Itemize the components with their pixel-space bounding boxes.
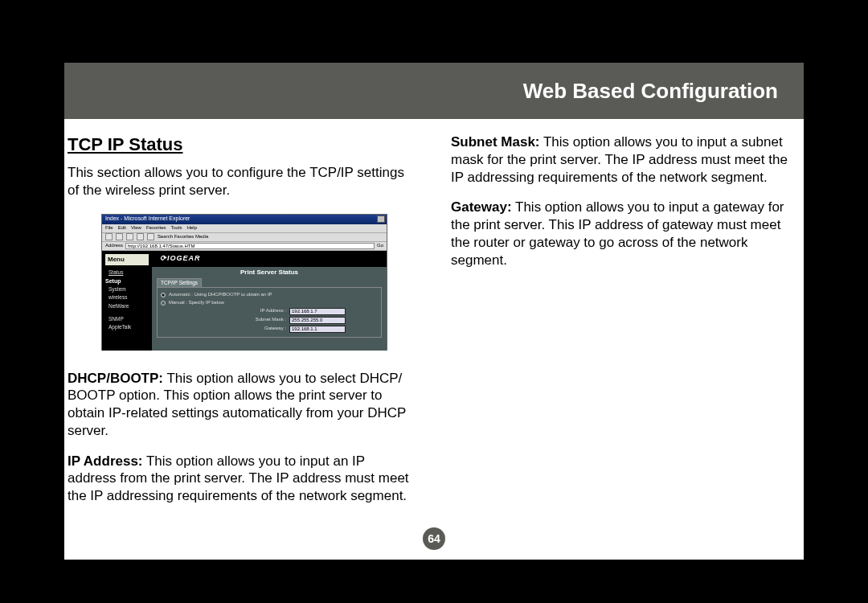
ie-toolbar: Search Favorites Media <box>102 232 387 242</box>
opt-manual-label: Manual : Specify IP below <box>169 300 224 306</box>
sidebar-item: System <box>105 285 149 293</box>
menu-edit: Edit <box>118 225 126 232</box>
content-columns: TCP IP Status This section allows you to… <box>64 133 804 518</box>
ie-titlebar: Index - Microsoft Internet Explorer <box>102 215 387 224</box>
mask-field-label: Subnet Mask : <box>222 317 286 323</box>
sidebar-item: AppleTalk <box>105 323 149 331</box>
intro-paragraph: This section allows you to configure the… <box>68 164 417 199</box>
gw-field-value: 192.168.1.1 <box>289 326 346 333</box>
config-main: ⟳ IOGEAR Print Server Status TCP/IP Sett… <box>152 251 387 351</box>
ie-menubar: File Edit View Favorites Tools Help <box>102 224 387 232</box>
menu-tools: Tools <box>171 225 182 232</box>
manual-page: Web Based Configuration TCP IP Status Th… <box>64 63 804 560</box>
address-input: http://192.168.1.47/Status.HTM <box>125 243 375 249</box>
radio-icon <box>161 293 166 297</box>
window-title-text: Index - Microsoft Internet Explorer <box>105 215 190 223</box>
page-number: 64 <box>423 527 445 550</box>
ip-paragraph: IP Address: This option allows you to in… <box>68 453 417 505</box>
gateway-label: Gateway: <box>451 199 512 215</box>
row-auto: Automatic : Using DHCP/BOOTP to obtain a… <box>161 291 378 299</box>
left-column: TCP IP Status This section allows you to… <box>68 133 422 518</box>
dhcp-paragraph: DHCP/BOOTP: This option allows you to se… <box>68 370 417 440</box>
menu-file: File <box>105 225 113 232</box>
stop-icon <box>126 233 133 240</box>
sidebar-item: SNMP <box>105 315 149 323</box>
dhcp-label: DHCP/BOOTP: <box>68 371 163 386</box>
sidebar-setup-heading: Setup <box>105 278 149 285</box>
menu-view: View <box>131 225 141 232</box>
subnet-label: Subnet Mask: <box>451 134 540 150</box>
right-column: Subnet Mask: This option allows you to i… <box>446 133 800 518</box>
tcpip-panel: Automatic : Using DHCP/BOOTP to obtain a… <box>157 287 382 337</box>
row-mask: Subnet Mask : 255.255.255.0 <box>161 316 378 325</box>
section-title: TCP IP Status <box>68 133 417 156</box>
page-body: Menu Status Setup System wireless NetWar… <box>102 251 387 351</box>
row-manual: Manual : Specify IP below <box>161 299 378 307</box>
sidebar-status-link: Status <box>105 269 149 277</box>
go-button-label: Go <box>377 243 383 249</box>
tcpip-tab: TCP/IP Settings <box>157 278 202 287</box>
mask-field-value: 255.255.255.0 <box>289 317 346 324</box>
brand-text: IOGEAR <box>167 254 201 264</box>
subnet-paragraph: Subnet Mask: This option allows you to i… <box>451 133 800 186</box>
chapter-title: Web Based Configuration <box>523 79 778 104</box>
home-icon <box>147 233 154 240</box>
refresh-icon <box>137 233 144 240</box>
sidebar-menu-heading: Menu <box>105 254 149 265</box>
menu-help: Help <box>187 225 197 232</box>
row-gw: Gateway : 192.168.1.1 <box>161 325 378 334</box>
menu-favorites: Favorites <box>146 225 166 232</box>
sidebar-item: wireless <box>105 293 149 302</box>
gateway-paragraph: Gateway: This option allows you to input… <box>451 199 800 269</box>
opt-auto-label: Automatic : Using DHCP/BOOTP to obtain a… <box>169 292 272 298</box>
panel-title: Print Server Status <box>152 267 387 278</box>
chapter-header: Web Based Configuration <box>64 63 804 119</box>
radio-icon <box>161 301 166 306</box>
ip-label: IP Address: <box>68 453 143 469</box>
forward-icon <box>116 233 123 240</box>
ip-field-value: 192.168.1.7 <box>289 308 346 315</box>
config-sidebar: Menu Status Setup System wireless NetWar… <box>102 251 152 351</box>
close-icon <box>377 215 385 223</box>
config-screenshot: Index - Microsoft Internet Explorer File… <box>101 214 387 351</box>
row-ip: IP Address : 192.168.1.7 <box>161 307 378 316</box>
back-icon <box>105 233 113 240</box>
address-label: Address <box>105 243 123 249</box>
brand-logo: ⟳ IOGEAR <box>152 251 387 267</box>
gw-field-label: Gateway : <box>222 326 286 332</box>
ie-address-bar: Address http://192.168.1.47/Status.HTM G… <box>102 242 387 251</box>
toolbar-labels: Search Favorites Media <box>158 234 208 240</box>
ip-field-label: IP Address : <box>222 308 286 314</box>
sidebar-item: NetWare <box>105 302 149 310</box>
